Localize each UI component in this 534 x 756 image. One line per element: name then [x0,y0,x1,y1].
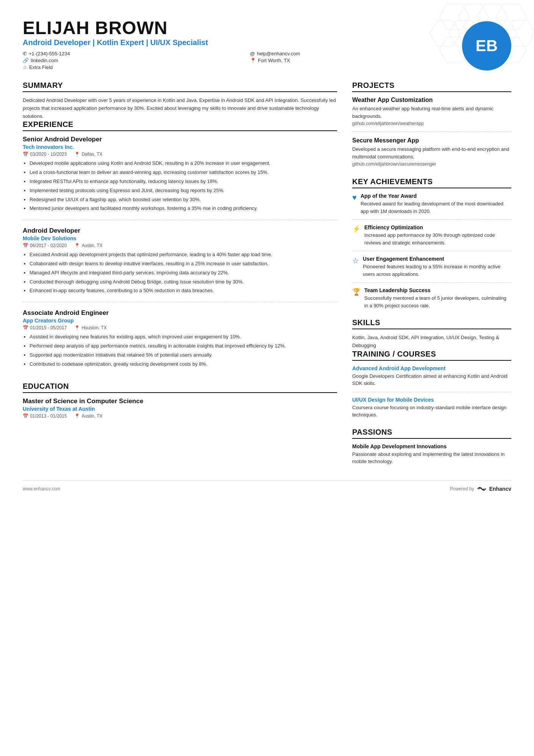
achievement-title: Efficiency Optimization [364,224,511,230]
achievement-title: App of the Year Award [361,193,511,199]
contact-email: @ help@enhancv.com [250,51,462,56]
contact-extra: ☆ Extra Field [23,64,235,70]
calendar-icon: 📅 [23,152,28,157]
achievement-entry: 🏆 Team Leadership Success Successfully m… [352,287,511,314]
bullet-item: Supported app modernization initiatives … [30,351,337,359]
projects-section: PROJECTS Weather App Customization An en… [352,81,511,172]
bullet-item: Managed API lifecycle and integrated thi… [30,269,337,277]
training-title: TRAINING / COURSES [352,350,511,361]
job-dates: 📅 03/2020 - 10/2023 [23,152,67,157]
achievement-title: User Engagement Enhancement [363,256,511,262]
passion-desc: Passionate about exploring and implement… [352,451,511,465]
passions-title: PASSIONS [352,428,511,439]
company-name: App Creators Group [23,318,337,324]
contact-location: 📍 Fort Worth, TX [250,58,462,63]
project-entry: Weather App Customization An enhanced we… [352,97,511,132]
passion-name: Mobile App Development Innovations [352,443,511,449]
heart-icon: ♥ [352,193,357,202]
training-section: TRAINING / COURSES Advanced Android App … [352,350,511,423]
edu-dates: 📅 01/2013 - 01/2015 [23,413,67,419]
contact-list: ✆ +1-(234)-555-1234 @ help@enhancv.com 🔗… [23,51,462,70]
training-name: Advanced Android App Development [352,365,511,371]
experience-title: EXPERIENCE [23,120,337,131]
achievement-entry: ☆ User Engagement Enhancement Pioneered … [352,256,511,283]
achievement-content: Team Leadership Success Successfully men… [364,287,511,309]
job-entry: Android Developer Mobile Dev Solutions 📅… [23,227,337,302]
achievement-desc: Successfully mentored a team of 5 junior… [364,294,511,309]
calendar-icon: 📅 [23,413,28,419]
passions-section: PASSIONS Mobile App Development Innovati… [352,428,511,465]
edu-meta: 📅 01/2013 - 01/2015 📍 Austin, TX [23,413,337,419]
calendar-icon: 📅 [23,325,28,330]
project-desc: An enhanced weather app featuring real-t… [352,105,511,120]
achievements-title: KEY ACHIEVEMENTS [352,177,511,188]
pin-icon: 📍 [74,325,80,330]
education-title: EDUCATION [23,382,337,393]
skills-title: SKILLS [352,318,511,329]
header-left: ELIJAH BROWN Android Developer | Kotlin … [23,18,462,70]
project-link: github.com/elijahbrown/securemessenger [352,161,511,167]
job-dates: 📅 01/2015 - 05/2017 [23,325,67,330]
pin-icon: 📍 [74,152,80,157]
skills-section: SKILLS Kotlin, Java, Android SDK, API In… [352,318,511,350]
projects-title: PROJECTS [352,81,511,92]
bullet-item: Executed Android app development project… [30,251,337,259]
achievement-content: User Engagement Enhancement Pioneered fe… [363,256,511,278]
footer: www.enhancv.com Powered by Enhancv [23,481,511,492]
summary-text: Dedicated Android Developer with over 5 … [23,97,337,120]
bullet-item: Mentored junior developers and facilitat… [30,205,337,213]
training-name: UI/UX Design for Mobile Devices [352,397,511,403]
candidate-title: Android Developer | Kotlin Expert | UI/U… [23,38,462,47]
footer-website: www.enhancv.com [23,486,60,491]
skills-text: Kotlin, Java, Android SDK, API Integrati… [352,334,511,350]
training-entry: UI/UX Design for Mobile Devices Coursera… [352,397,511,423]
achievement-content: Efficiency Optimization Increased app pe… [364,224,511,246]
project-desc: Developed a secure messaging platform wi… [352,146,511,160]
bullet-item: Integrated RESTful APIs to enhance app f… [30,178,337,186]
linkedin-icon: 🔗 [23,58,29,63]
job-location: 📍 Dallas, TX [74,152,102,157]
achievement-entry: ⚡ Efficiency Optimization Increased app … [352,224,511,251]
bullet-item: Conducted thorough debugging using Andro… [30,278,337,286]
achievements-section: KEY ACHIEVEMENTS ♥ App of the Year Award… [352,177,511,314]
bullet-item: Assisted in developing new features for … [30,333,337,341]
project-name: Secure Messenger App [352,137,511,144]
experience-section: EXPERIENCE Senior Android Developer Tech… [23,120,337,375]
main-content: SUMMARY Dedicated Android Developer with… [23,81,511,465]
job-title: Senior Android Developer [23,136,337,143]
achievement-desc: Increased app performance by 30% through… [364,232,511,246]
job-location: 📍 Austin, TX [74,243,102,248]
header: ELIJAH BROWN Android Developer | Kotlin … [23,18,511,70]
job-entry: Senior Android Developer Tech Innovators… [23,136,337,220]
education-section: EDUCATION Master of Science in Computer … [23,382,337,419]
star-outline-icon: ☆ [352,256,359,265]
location-icon: 📍 [250,58,256,63]
job-bullets: Developed mobile applications using Kotl… [23,160,337,213]
job-meta: 📅 01/2015 - 05/2017 📍 Houston, TX [23,325,337,330]
bullet-item: Performed deep analysis of app performan… [30,342,337,350]
job-meta: 📅 06/2017 - 02/2020 📍 Austin, TX [23,243,337,248]
school-name: University of Texas at Austin [23,406,337,412]
enhancv-logo-icon [476,485,487,492]
project-entry: Secure Messenger App Developed a secure … [352,137,511,172]
job-entry: Associate Android Engineer App Creators … [23,309,337,375]
company-name: Mobile Dev Solutions [23,235,337,241]
contact-phone: ✆ +1-(234)-555-1234 [23,51,235,56]
education-entry: Master of Science in Computer Science Un… [23,398,337,419]
trophy-icon: 🏆 [352,288,361,296]
job-meta: 📅 03/2020 - 10/2023 📍 Dallas, TX [23,152,337,157]
bullet-item: Redesigned the UI/UX of a flagship app, … [30,196,337,204]
bullet-item: Developed mobile applications using Kotl… [30,160,337,167]
job-bullets: Executed Android app development project… [23,251,337,295]
footer-brand: Powered by Enhancv [450,485,511,492]
achievement-content: App of the Year Award Received award for… [361,193,511,215]
project-link: github.com/elijahbrown/weatherapp [352,121,511,126]
edu-location: 📍 Austin, TX [74,413,102,419]
job-title: Associate Android Engineer [23,309,337,317]
bullet-item: Implemented testing protocols using Espr… [30,187,337,195]
calendar-icon: 📅 [23,243,28,248]
resume-container: ELIJAH BROWN Android Developer | Kotlin … [0,0,534,756]
company-name: Tech Innovators Inc. [23,144,337,150]
project-name: Weather App Customization [352,97,511,103]
degree-title: Master of Science in Computer Science [23,398,337,405]
